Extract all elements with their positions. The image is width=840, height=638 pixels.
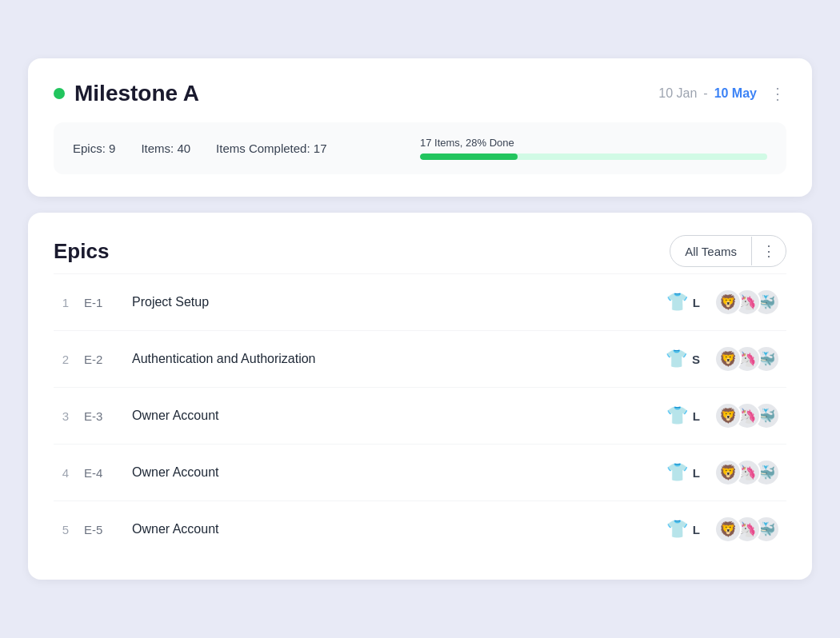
epic-id: E-3 (78, 388, 126, 445)
shirt-icon: 👕 (666, 349, 687, 369)
epic-avatars: 🦁🦄🐳 (706, 501, 786, 558)
epic-avatars: 🦁🦄🐳 (706, 274, 786, 331)
epic-number: 2 (54, 331, 78, 388)
epic-avatars: 🦁🦄🐳 (706, 445, 786, 501)
date-end: 10 May (714, 86, 757, 101)
epic-avatars: 🦁🦄🐳 (706, 388, 786, 445)
epic-name: Owner Account (126, 445, 610, 501)
epic-size: 👕 L (610, 501, 706, 558)
all-teams-label: All Teams (670, 238, 751, 265)
epics-stat: Epics: 9 (73, 142, 115, 155)
table-row[interactable]: 4 E-4 Owner Account 👕 L 🦁🦄🐳 (54, 445, 786, 501)
epic-name: Owner Account (126, 388, 610, 445)
shirt-icon: 👕 (666, 462, 688, 483)
progress-bar-track (420, 154, 767, 160)
milestone-card: Milestone A 10 Jan - 10 May ⋮ Epics: 9 I… (28, 58, 812, 197)
avatar-group: 🦁🦄🐳 (714, 459, 780, 486)
size-label: L (693, 296, 700, 309)
milestone-title: Milestone A (74, 81, 199, 106)
stats-left: Epics: 9 Items: 40 Items Completed: 17 (73, 142, 420, 155)
date-separator: - (703, 86, 707, 101)
items-stat: Items: 40 (141, 142, 190, 155)
size-label: L (693, 523, 700, 536)
epic-avatars: 🦁🦄🐳 (706, 331, 786, 388)
items-completed-stat: Items Completed: 17 (216, 142, 326, 155)
epics-title: Epics (54, 239, 109, 264)
date-start: 10 Jan (658, 86, 697, 101)
table-row[interactable]: 1 E-1 Project Setup 👕 L 🦁🦄🐳 (54, 274, 786, 331)
epic-id: E-2 (78, 331, 126, 388)
epic-id: E-4 (78, 445, 126, 501)
progress-bar-fill (420, 154, 518, 160)
avatar-group: 🦁🦄🐳 (714, 516, 780, 543)
avatar: 🦁 (714, 402, 742, 429)
main-container: Milestone A 10 Jan - 10 May ⋮ Epics: 9 I… (28, 58, 812, 580)
all-teams-button[interactable]: All Teams ⋮ (670, 235, 786, 267)
milestone-title-row: Milestone A (54, 81, 199, 106)
epic-number: 5 (54, 501, 78, 558)
avatar-group: 🦁🦄🐳 (714, 345, 780, 373)
epic-number: 4 (54, 445, 78, 501)
epic-size: 👕 S (610, 331, 706, 388)
epic-number: 3 (54, 388, 78, 445)
progress-label: 17 Items, 28% Done (420, 137, 514, 149)
milestone-dates: 10 Jan - 10 May (658, 86, 757, 101)
size-label: S (692, 353, 700, 366)
avatar: 🦁 (714, 345, 742, 373)
epic-name: Authentication and Authorization (126, 331, 610, 388)
shirt-icon: 👕 (666, 292, 688, 313)
progress-section: 17 Items, 28% Done (420, 137, 767, 160)
avatar: 🦁 (714, 516, 742, 543)
size-label: L (693, 409, 700, 423)
epics-header: Epics All Teams ⋮ (54, 235, 786, 267)
table-row[interactable]: 5 E-5 Owner Account 👕 L 🦁🦄🐳 (54, 501, 786, 558)
avatar-group: 🦁🦄🐳 (714, 289, 780, 316)
status-dot (54, 88, 65, 99)
shirt-icon: 👕 (666, 405, 688, 426)
more-options-icon[interactable]: ⋮ (770, 84, 786, 103)
table-row[interactable]: 2 E-2 Authentication and Authorization 👕… (54, 331, 786, 388)
epic-size: 👕 L (610, 388, 706, 445)
epic-name: Owner Account (126, 501, 610, 558)
epic-size: 👕 L (610, 274, 706, 331)
epic-id: E-5 (78, 501, 126, 558)
table-row[interactable]: 3 E-3 Owner Account 👕 L 🦁🦄🐳 (54, 388, 786, 445)
size-label: L (693, 466, 700, 480)
all-teams-more-icon[interactable]: ⋮ (752, 236, 786, 266)
epic-number: 1 (54, 274, 78, 331)
shirt-icon: 👕 (666, 519, 688, 540)
avatar: 🦁 (714, 289, 742, 316)
epics-card: Epics All Teams ⋮ 1 E-1 Project Setup 👕 … (28, 213, 812, 580)
epic-size: 👕 L (610, 445, 706, 501)
epic-id: E-1 (78, 274, 126, 331)
avatar-group: 🦁🦄🐳 (714, 402, 780, 429)
milestone-stats: Epics: 9 Items: 40 Items Completed: 17 1… (54, 122, 786, 174)
avatar: 🦁 (714, 459, 742, 486)
epics-table: 1 E-1 Project Setup 👕 L 🦁🦄🐳 2 E-2 Authen… (54, 273, 786, 557)
epic-name: Project Setup (126, 274, 610, 331)
milestone-header: Milestone A 10 Jan - 10 May ⋮ (54, 81, 786, 106)
